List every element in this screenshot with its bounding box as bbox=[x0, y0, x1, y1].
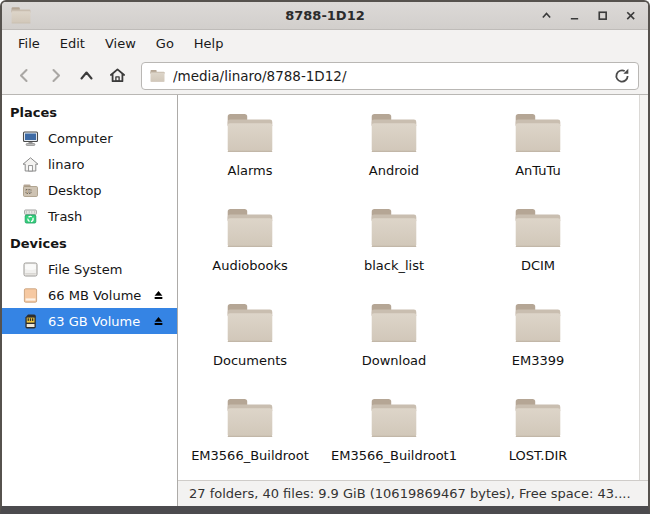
menu-file[interactable]: File bbox=[8, 30, 50, 57]
reload-button[interactable] bbox=[613, 67, 631, 85]
folder-item-dcim[interactable]: DCIM bbox=[466, 200, 610, 295]
tool-bar: /media/linaro/8788-1D12/ bbox=[2, 57, 648, 94]
folder-label: EM3566_Buildroot bbox=[191, 449, 309, 464]
close-button[interactable] bbox=[620, 6, 640, 26]
main-panel: Alarms Android AnTuTu Audiobooks bbox=[178, 95, 648, 506]
up-button[interactable] bbox=[73, 62, 100, 89]
folder-item-em3566-buildroot[interactable]: EM3566_Buildroot bbox=[178, 390, 322, 480]
folder-icon bbox=[368, 301, 420, 346]
folder-icon bbox=[368, 396, 420, 441]
forward-button[interactable] bbox=[42, 62, 69, 89]
chevron-up-icon bbox=[540, 9, 553, 22]
menu-go[interactable]: Go bbox=[146, 30, 184, 57]
status-bar: 27 folders, 40 files: 9.9 GiB (106198694… bbox=[178, 480, 648, 506]
minimize-button[interactable] bbox=[564, 6, 584, 26]
folder-item-black-list[interactable]: black_list bbox=[322, 200, 466, 295]
sidebar-item-label: Computer bbox=[48, 131, 113, 146]
menu-bar: File Edit View Go Help bbox=[2, 30, 648, 57]
path-input[interactable]: /media/linaro/8788-1D12/ bbox=[173, 68, 606, 84]
folder-label: LOST.DIR bbox=[509, 449, 568, 464]
scrollbar-gutter bbox=[639, 95, 648, 480]
sidebar-item-file-system[interactable]: File System bbox=[2, 256, 177, 282]
reload-icon bbox=[613, 67, 631, 85]
menu-edit[interactable]: Edit bbox=[50, 30, 95, 57]
eject-icon bbox=[152, 315, 165, 327]
folder-item-audiobooks[interactable]: Audiobooks bbox=[178, 200, 322, 295]
folder-icon bbox=[224, 111, 276, 156]
folder-label: EM3566_Buildroot1 bbox=[331, 449, 457, 464]
path-bar[interactable]: /media/linaro/8788-1D12/ bbox=[141, 62, 639, 90]
back-button[interactable] bbox=[11, 62, 38, 89]
menu-help[interactable]: Help bbox=[184, 30, 234, 57]
title-bar[interactable]: 8788-1D12 bbox=[2, 2, 648, 30]
sidebar-item-66mb-volume[interactable]: 66 MB Volume bbox=[2, 282, 177, 308]
folder-icon bbox=[368, 206, 420, 251]
eject-icon bbox=[152, 289, 165, 301]
folder-view: Alarms Android AnTuTu Audiobooks bbox=[178, 95, 648, 480]
chevron-left-icon bbox=[16, 67, 33, 84]
eject-66mb-button[interactable] bbox=[151, 288, 166, 302]
sidebar-item-label: Trash bbox=[48, 209, 82, 224]
folder-icon bbox=[368, 111, 420, 156]
menu-view[interactable]: View bbox=[95, 30, 146, 57]
chevron-right-icon bbox=[47, 67, 64, 84]
folder-label: black_list bbox=[364, 259, 424, 274]
shade-button[interactable] bbox=[536, 6, 556, 26]
folder-icon bbox=[224, 396, 276, 441]
folder-icon bbox=[512, 111, 564, 156]
folder-item-em3399[interactable]: EM3399 bbox=[466, 295, 610, 390]
folder-label: Audiobooks bbox=[212, 259, 287, 274]
window-controls bbox=[536, 6, 640, 26]
eject-63gb-button[interactable] bbox=[151, 314, 166, 328]
folder-icon bbox=[512, 301, 564, 346]
home-button[interactable] bbox=[104, 62, 131, 89]
content-area: Places Computer linaro bbox=[2, 94, 648, 506]
status-text: 27 folders, 40 files: 9.9 GiB (106198694… bbox=[189, 486, 631, 501]
sidebar-item-label: linaro bbox=[48, 157, 84, 172]
folder-item-lost-dir[interactable]: LOST.DIR bbox=[466, 390, 610, 480]
folder-item-documents[interactable]: Documents bbox=[178, 295, 322, 390]
close-icon bbox=[624, 9, 637, 22]
folder-label: Documents bbox=[213, 354, 287, 369]
folder-item-antutu[interactable]: AnTuTu bbox=[466, 105, 610, 200]
folder-item-alarms[interactable]: Alarms bbox=[178, 105, 322, 200]
folder-icon bbox=[512, 396, 564, 441]
folder-label: Android bbox=[369, 164, 419, 179]
window-folder-icon bbox=[10, 6, 32, 25]
folder-label: AnTuTu bbox=[515, 164, 561, 179]
harddrive-icon bbox=[22, 261, 39, 278]
sidebar-item-label: File System bbox=[48, 262, 122, 277]
chevron-up-icon bbox=[78, 67, 95, 84]
path-folder-icon bbox=[149, 69, 166, 83]
folder-label: EM3399 bbox=[512, 354, 565, 369]
maximize-icon bbox=[596, 9, 609, 22]
folder-icon bbox=[224, 206, 276, 251]
devices-header: Devices bbox=[2, 229, 177, 256]
folder-grid: Alarms Android AnTuTu Audiobooks bbox=[178, 95, 639, 480]
sidebar-item-trash[interactable]: Trash bbox=[2, 203, 177, 229]
folder-label: Alarms bbox=[227, 164, 272, 179]
file-manager-window: 8788-1D12 File Edit View Go Help bbox=[0, 0, 650, 514]
home-icon bbox=[109, 67, 126, 84]
folder-item-android[interactable]: Android bbox=[322, 105, 466, 200]
sidebar-item-computer[interactable]: Computer bbox=[2, 125, 177, 151]
maximize-button[interactable] bbox=[592, 6, 612, 26]
folder-item-em3566-buildroot1[interactable]: EM3566_Buildroot1 bbox=[322, 390, 466, 480]
sidebar: Places Computer linaro bbox=[2, 95, 178, 506]
svg-text:D: D bbox=[28, 189, 31, 193]
computer-icon bbox=[22, 130, 39, 147]
folder-label: Download bbox=[362, 354, 427, 369]
trash-icon bbox=[22, 208, 39, 225]
sidebar-item-desktop[interactable]: D Desktop bbox=[2, 177, 177, 203]
volume-icon bbox=[22, 287, 39, 304]
folder-icon bbox=[512, 206, 564, 251]
sidebar-item-linaro[interactable]: linaro bbox=[2, 151, 177, 177]
desktop-icon: D bbox=[22, 182, 39, 199]
folder-icon bbox=[224, 301, 276, 346]
sidebar-item-label: Desktop bbox=[48, 183, 102, 198]
sidebar-item-63gb-volume[interactable]: 63 GB Volume bbox=[2, 308, 177, 334]
sidebar-item-label: 63 GB Volume bbox=[48, 314, 140, 329]
folder-item-download[interactable]: Download bbox=[322, 295, 466, 390]
folder-label: DCIM bbox=[521, 259, 555, 274]
home-icon bbox=[22, 156, 39, 173]
